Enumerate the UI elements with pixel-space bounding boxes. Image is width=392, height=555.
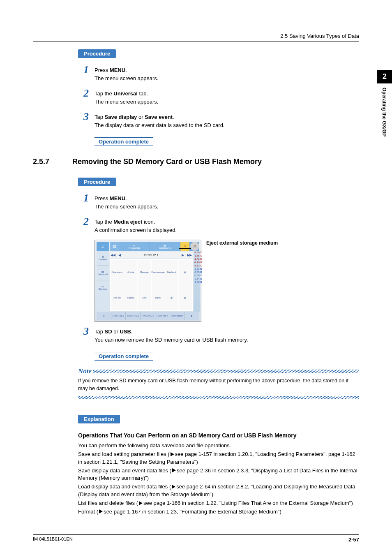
- step-number: 3: [78, 111, 89, 122]
- step-bold: Universal: [113, 90, 138, 97]
- section-heading: 2.5.7 Removing the SD Memory Card or USB…: [33, 157, 359, 166]
- screenshot-with-caption: ⌂ ⚙Context ▦Universal ▭Browse ▤ ✂Recordi…: [95, 240, 359, 322]
- explanation-line: see page 1-167 in section 1.23, "Formatt…: [104, 509, 281, 515]
- step-subtext: You can now remove the SD memory card or…: [95, 337, 248, 343]
- step-subtext: The menu screen appears.: [95, 204, 158, 210]
- eject-icon: ☀: [180, 242, 189, 251]
- step-bold: Save display: [105, 114, 137, 120]
- step-text: Tap the: [95, 90, 113, 97]
- step-text: .: [131, 328, 133, 335]
- explanation-line: Format (: [78, 509, 98, 515]
- step-text: .: [125, 195, 127, 201]
- data-values: -1.6970-1.5540-1.4100-1.2661-1.1220-0.97…: [194, 251, 200, 312]
- step-bold: MENU: [110, 67, 125, 73]
- step-subtext: The menu screen appears.: [95, 99, 158, 105]
- step-text: Tap: [95, 114, 105, 120]
- step-text: or: [137, 114, 145, 120]
- step-text: or: [112, 328, 120, 335]
- step-bold: SD: [105, 328, 112, 335]
- step-text: .: [173, 114, 174, 120]
- procedure-label: Procedure: [78, 49, 116, 58]
- step-bold: MENU: [110, 195, 125, 201]
- page-footer: IM 04L51B01-01EN 2-57: [33, 534, 359, 543]
- step-bold: Save event: [145, 114, 173, 120]
- step-subtext: A confirmation screen is displayed.: [95, 227, 177, 233]
- explanation-label: Explanation: [78, 415, 120, 423]
- step-2: 2 Tap the Universal tab. The menu screen…: [78, 88, 359, 106]
- step-text: Tap the: [95, 219, 113, 225]
- triangle-icon: [172, 485, 175, 489]
- step-bold: USB: [120, 328, 131, 335]
- device-screenshot: ⌂ ⚙Context ▦Universal ▭Browse ▤ ✂Recordi…: [95, 240, 201, 322]
- triangle-icon: [171, 452, 174, 456]
- menu-grid: Data searchAI dataMessageFree messageFre…: [110, 259, 193, 311]
- section-number: 2.5.7: [33, 157, 62, 166]
- sidebar-universal: ▦Universal: [97, 266, 109, 280]
- side-tab: 2 Operating the GX/GP: [377, 70, 392, 141]
- doc-id: IM 04L51B01-01EN: [33, 536, 73, 543]
- triangle-icon: [172, 468, 176, 472]
- step-text: tab.: [138, 90, 148, 97]
- step-1: 1 Press MENU. The menu screen appears.: [78, 65, 359, 82]
- section-title: Removing the SD Memory Card or USB Flash…: [72, 157, 262, 166]
- explanation-subheading: Operations That You Can Perform on an SD…: [78, 432, 359, 440]
- triangle-icon: [139, 501, 143, 505]
- procedure-label: Procedure: [78, 178, 116, 186]
- explanation-line: Save display data and event data files (: [78, 467, 171, 474]
- chapter-title-tab: Operating the GX/GP: [377, 83, 391, 141]
- step-subtext: The display data or event data is saved …: [95, 122, 225, 128]
- step-text: icon.: [142, 219, 155, 225]
- explanation-line: Save and load setting parameter files (: [78, 451, 170, 457]
- step-subtext: The menu screen appears.: [95, 75, 158, 81]
- computing-button: ▦Computing: [150, 242, 180, 251]
- explanation-body: You can perform the following data save/…: [78, 442, 359, 516]
- explanation-line: Load display data and event data files (: [78, 483, 171, 490]
- hatching-decoration: [93, 370, 359, 373]
- page-number: 2-57: [348, 536, 359, 543]
- step-3: 3 Tap Save display or Save event. The di…: [78, 111, 359, 129]
- step-number: 2: [78, 88, 89, 99]
- step-1: 1 Press MENU. The menu screen appears.: [78, 193, 359, 210]
- note-header: Note: [78, 367, 359, 375]
- recording-button: ✂Recording: [119, 242, 150, 251]
- step-number: 3: [78, 326, 89, 337]
- explanation-intro: You can perform the following data save/…: [78, 442, 359, 450]
- step-text: Tap: [95, 328, 105, 335]
- group-navigation: ◀◀◀ GROUP 1 ▶▶▶: [110, 252, 193, 258]
- sidebar-context: ⚙Context: [97, 251, 109, 266]
- explanation-line: List files and delete files (: [78, 500, 138, 506]
- operation-complete: Operation complete: [95, 352, 153, 361]
- triangle-icon: [99, 509, 103, 513]
- chapter-num-tab: 2: [377, 70, 392, 83]
- step-bold: Media eject: [113, 219, 142, 225]
- hatching-decoration: [78, 396, 359, 399]
- operation-complete: Operation complete: [95, 137, 153, 146]
- close-icon: ✕: [190, 242, 199, 251]
- step-3: 3 Tap SD or USB. You can now remove the …: [78, 326, 359, 344]
- memory-icon: ▤: [110, 242, 119, 251]
- step-text: Press: [95, 67, 110, 73]
- step-number: 1: [78, 65, 89, 75]
- explanation-line: see page 1-166 in section 1.22, "Listing…: [143, 500, 353, 506]
- step-number: 2: [78, 216, 89, 227]
- screenshot-caption: Eject external storage medium: [206, 240, 278, 247]
- note-text: If you remove the SD memory card or USB …: [78, 375, 359, 394]
- sidebar-browse: ▭Browse: [97, 280, 109, 295]
- step-text: Press: [95, 195, 110, 201]
- step-number: 1: [78, 193, 89, 204]
- note-label: Note: [78, 367, 92, 375]
- favorites-bar: ◀ FAVORITE 1FAVORITE 2FAVORITE 3FAVORITE…: [97, 312, 199, 320]
- header-breadcrumb: 2.5 Saving Various Types of Data: [33, 33, 359, 42]
- step-2: 2 Tap the Media eject icon. A confirmati…: [78, 216, 359, 234]
- home-icon: ⌂: [97, 242, 109, 251]
- step-text: .: [125, 67, 127, 73]
